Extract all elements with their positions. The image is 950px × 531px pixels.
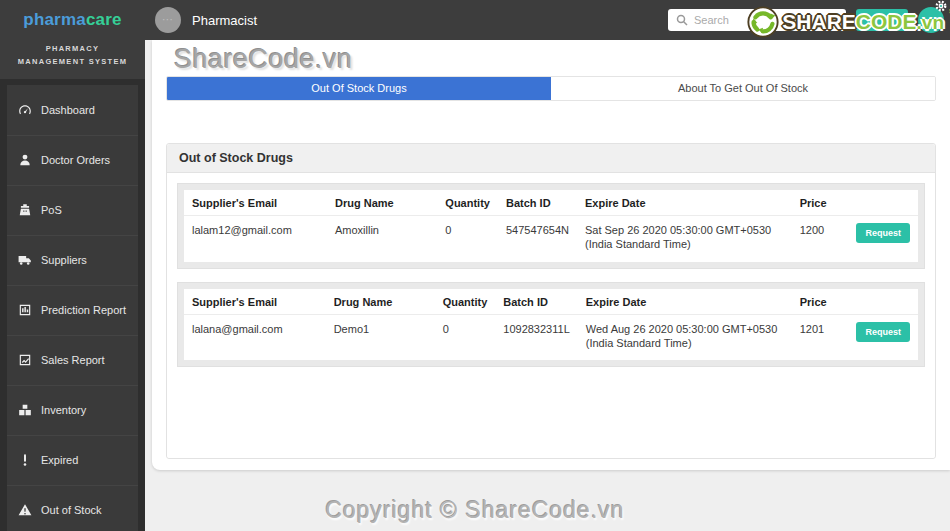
doctor-orders-icon xyxy=(18,153,32,167)
pos-icon xyxy=(18,203,32,217)
sidebar-item-sales-report[interactable]: Sales Report xyxy=(7,335,138,385)
cell-quantity: 0 xyxy=(435,314,496,360)
sidebar-item-expired[interactable]: Expired xyxy=(7,435,138,485)
sidebar-item-out-of-stock[interactable]: Out of Stock xyxy=(7,485,138,531)
column-header-expire-date: Expire Date xyxy=(578,289,792,315)
brand-subtitle: PHARMACY MANAGEMENT SYSTEM xyxy=(0,40,145,79)
column-header-expire-date: Expire Date xyxy=(577,190,792,216)
cell-quantity: 0 xyxy=(437,216,498,262)
column-header-supplier-email: Supplier's Email xyxy=(184,289,326,315)
column-header-drug-name: Drug Name xyxy=(327,190,437,216)
sidebar-item-pos[interactable]: PoS xyxy=(7,185,138,235)
sidebar-item-dashboard[interactable]: Dashboard xyxy=(7,85,138,135)
request-button[interactable]: Request xyxy=(856,223,910,243)
dashboard-icon xyxy=(18,103,32,117)
search-input[interactable] xyxy=(694,14,838,26)
cell-price: 1200 xyxy=(792,216,849,262)
table-row: lalam12@gmail.com Amoxillin 0 547547654N… xyxy=(184,216,918,262)
sharecode-watermark-text: ShareCode.vn xyxy=(174,44,353,75)
stock-tabs: Out Of Stock Drugs About To Get Out Of S… xyxy=(166,76,936,101)
sidebar-item-inventory[interactable]: Inventory xyxy=(7,385,138,435)
sidebar-item-label: Doctor Orders xyxy=(41,154,110,166)
search-button[interactable] xyxy=(856,9,908,31)
column-header-batch-id: Batch ID xyxy=(495,289,577,315)
out-of-stock-table-2: Supplier's Email Drug Name Quantity Batc… xyxy=(184,289,918,361)
main-content: ShareCode.vn Out Of Stock Drugs About To… xyxy=(145,40,950,531)
sidebar-item-label: Sales Report xyxy=(41,354,105,366)
topbar: pharmacare ⋯ Pharmacist xyxy=(0,0,950,40)
prediction-report-icon xyxy=(18,303,32,317)
column-header-quantity: Quantity xyxy=(435,289,496,315)
cell-supplier-email: lalam12@gmail.com xyxy=(184,216,327,262)
content-card: ShareCode.vn Out Of Stock Drugs About To… xyxy=(152,40,950,470)
user-circle-button[interactable] xyxy=(918,7,944,33)
sidebar-item-label: PoS xyxy=(41,204,62,216)
search-box[interactable] xyxy=(668,9,846,31)
cell-expire-date: Sat Sep 26 2020 05:30:00 GMT+0530 (India… xyxy=(577,216,792,262)
column-header-drug-name: Drug Name xyxy=(326,289,435,315)
sidebar-item-label: Suppliers xyxy=(41,254,87,266)
out-of-stock-panel: Out of Stock Drugs Supplier's Email Drug… xyxy=(166,143,936,459)
cell-drug-name: Demo1 xyxy=(326,314,435,360)
expired-icon xyxy=(18,453,32,467)
sidebar-item-label: Inventory xyxy=(41,404,86,416)
column-header-price: Price xyxy=(792,289,849,315)
sidebar-item-label: Dashboard xyxy=(41,104,95,116)
sidebar-menu: Dashboard Doctor Orders PoS Suppliers Pr… xyxy=(7,85,138,531)
search-icon xyxy=(676,14,688,26)
out-of-stock-icon xyxy=(18,503,32,517)
sidebar-item-label: Prediction Report xyxy=(41,304,126,316)
cell-price: 1201 xyxy=(792,314,849,360)
cell-batch-id: 1092832311L xyxy=(495,314,577,360)
tab-about-to-get-out-of-stock[interactable]: About To Get Out Of Stock xyxy=(551,77,935,100)
sidebar-item-label: Out of Stock xyxy=(41,504,102,516)
cell-drug-name: Amoxillin xyxy=(327,216,437,262)
user-label: Pharmacist xyxy=(192,13,257,28)
suppliers-icon xyxy=(18,253,32,267)
sidebar-item-prediction-report[interactable]: Prediction Report xyxy=(7,285,138,335)
sidebar-item-label: Expired xyxy=(41,454,78,466)
cell-batch-id: 547547654N xyxy=(498,216,577,262)
column-header-batch-id: Batch ID xyxy=(498,190,577,216)
tab-out-of-stock-drugs[interactable]: Out Of Stock Drugs xyxy=(167,77,551,100)
drug-table-wrapper: Supplier's Email Drug Name Quantity Batc… xyxy=(177,282,925,368)
column-header-price: Price xyxy=(792,190,849,216)
cell-supplier-email: lalana@gmail.com xyxy=(184,314,326,360)
panel-title: Out of Stock Drugs xyxy=(167,144,935,173)
out-of-stock-table-1: Supplier's Email Drug Name Quantity Batc… xyxy=(184,190,918,262)
sidebar-item-suppliers[interactable]: Suppliers xyxy=(7,235,138,285)
column-header-quantity: Quantity xyxy=(437,190,498,216)
sidebar-item-doctor-orders[interactable]: Doctor Orders xyxy=(7,135,138,185)
inventory-icon xyxy=(18,403,32,417)
table-row: lalana@gmail.com Demo1 0 1092832311L Wed… xyxy=(184,314,918,360)
drug-table-wrapper: Supplier's Email Drug Name Quantity Batc… xyxy=(177,183,925,269)
sales-report-icon xyxy=(18,353,32,367)
app-logo: pharmacare xyxy=(0,10,145,30)
cell-expire-date: Wed Aug 26 2020 05:30:00 GMT+0530 (India… xyxy=(578,314,792,360)
sidebar: PHARMACY MANAGEMENT SYSTEM Dashboard Doc… xyxy=(0,40,145,531)
logo-part-pharma: pharma xyxy=(23,10,86,29)
column-header-supplier-email: Supplier's Email xyxy=(184,190,327,216)
panel-body: Supplier's Email Drug Name Quantity Batc… xyxy=(167,173,935,458)
avatar[interactable]: ⋯ xyxy=(155,7,181,33)
logo-part-care: care xyxy=(86,10,122,29)
request-button[interactable]: Request xyxy=(856,322,910,342)
